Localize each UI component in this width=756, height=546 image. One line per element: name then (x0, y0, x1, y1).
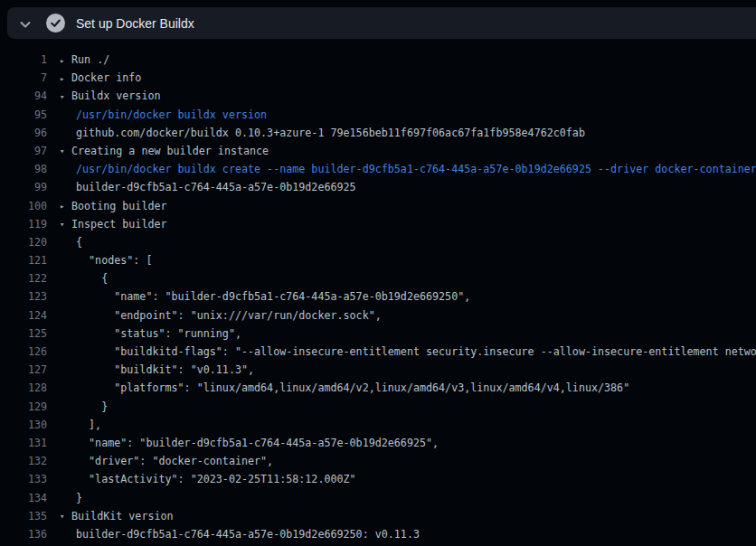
log-line: 133 "lastActivity": "2023-02-25T11:58:12… (0, 470, 756, 488)
triangle-down-icon[interactable]: ▾ (60, 88, 71, 106)
line-number[interactable]: 131 (0, 434, 47, 452)
log-line: 129 } (0, 398, 756, 416)
log-line: 121 "nodes": [ (0, 251, 756, 269)
log-line: 131 "name": "builder-d9cfb5a1-c764-445a-… (0, 434, 756, 452)
log-line: 95/usr/bin/docker buildx version (0, 106, 756, 124)
log-line: 98/usr/bin/docker buildx create --name b… (0, 160, 756, 178)
log-line: 1▸Run ./ (0, 51, 756, 69)
log-line: 136builder-d9cfb5a1-c764-445a-a57e-0b19d… (0, 525, 756, 543)
line-number[interactable]: 119 (0, 215, 47, 233)
log-command-text: /usr/bin/docker buildx create --name bui… (60, 160, 756, 178)
check-circle-icon (46, 14, 65, 33)
log-group-title[interactable]: ▸Run ./ (60, 51, 109, 69)
log-line: 120{ (0, 233, 756, 251)
log-group-title[interactable]: ▸Booting builder (60, 197, 167, 215)
log-output: 1▸Run ./7▸Docker info94▾Buildx version95… (0, 40, 756, 546)
log-line: 124 "endpoint": "unix:///var/run/docker.… (0, 306, 756, 325)
line-number[interactable]: 99 (0, 178, 47, 196)
log-output-text: "status": "running", (60, 325, 241, 343)
group-title-text: Docker info (71, 71, 141, 84)
group-title-text: Buildx version (71, 89, 161, 102)
triangle-down-icon[interactable]: ▾ (60, 507, 71, 525)
line-number[interactable]: 98 (0, 160, 47, 178)
log-line: 96github.com/docker/buildx 0.10.3+azure-… (0, 124, 756, 142)
log-output-text: "name": "builder-d9cfb5a1-c764-445a-a57e… (60, 287, 470, 306)
line-number[interactable]: 136 (0, 525, 47, 543)
log-line: 119▾Inspect builder (0, 215, 756, 233)
line-number[interactable]: 97 (0, 142, 47, 160)
line-number[interactable]: 125 (0, 325, 47, 343)
line-number[interactable]: 96 (0, 124, 47, 142)
log-output-text: } (60, 398, 108, 416)
log-command-text: /usr/bin/docker buildx version (60, 106, 267, 124)
line-number[interactable]: 123 (0, 287, 47, 306)
log-output-text: "name": "builder-d9cfb5a1-c764-445a-a57e… (60, 434, 439, 452)
triangle-right-icon[interactable]: ▸ (60, 197, 71, 215)
log-output-text: { (60, 233, 82, 251)
line-number[interactable]: 129 (0, 398, 47, 416)
line-number[interactable]: 100 (0, 197, 47, 215)
log-output-text: builder-d9cfb5a1-c764-445a-a57e-0b19d2e6… (60, 178, 356, 196)
line-number[interactable]: 126 (0, 343, 47, 361)
line-number[interactable]: 134 (0, 489, 47, 507)
group-title-text: Run ./ (71, 53, 109, 66)
line-number[interactable]: 122 (0, 269, 47, 287)
log-line: 126 "buildkitd-flags": "--allow-insecure… (0, 343, 756, 361)
triangle-down-icon[interactable]: ▾ (60, 215, 71, 233)
group-title-text: BuildKit version (71, 510, 174, 522)
log-output-text: "platforms": "linux/amd64,linux/amd64/v2… (60, 379, 629, 397)
log-output-text: builder-d9cfb5a1-c764-445a-a57e-0b19d2e6… (60, 525, 420, 543)
log-line: 135▾BuildKit version (0, 507, 756, 525)
log-line: 122 { (0, 269, 756, 287)
line-number[interactable]: 124 (0, 306, 47, 325)
line-number[interactable]: 1 (0, 51, 47, 69)
log-line: 128 "platforms": "linux/amd64,linux/amd6… (0, 379, 756, 397)
log-line: 97▾Creating a new builder instance (0, 142, 756, 160)
line-number[interactable]: 128 (0, 379, 47, 397)
log-output-text: "lastActivity": "2023-02-25T11:58:12.000… (60, 470, 356, 488)
step-title: Set up Docker Buildx (76, 16, 194, 31)
log-line: 99builder-d9cfb5a1-c764-445a-a57e-0b19d2… (0, 178, 756, 196)
line-number[interactable]: 133 (0, 470, 47, 488)
log-group-title[interactable]: ▾Creating a new builder instance (60, 142, 269, 160)
log-output-text: "nodes": [ (60, 251, 152, 269)
log-line: 127 "buildkit": "v0.11.3", (0, 361, 756, 379)
group-title-text: Booting builder (71, 200, 167, 212)
log-output-text: ], (60, 416, 101, 434)
log-line: 94▾Buildx version (0, 87, 756, 105)
log-line: 7▸Docker info (0, 69, 756, 87)
log-output-text: "driver": "docker-container", (60, 452, 273, 470)
line-number[interactable]: 120 (0, 233, 47, 251)
log-output-text: github.com/docker/buildx 0.10.3+azure-1 … (60, 124, 585, 142)
log-output-text: "endpoint": "unix:///var/run/docker.sock… (60, 306, 382, 325)
log-line: 100▸Booting builder (0, 197, 756, 215)
line-number[interactable]: 94 (0, 87, 47, 105)
log-group-title[interactable]: ▾Buildx version (60, 87, 161, 105)
log-line: 123 "name": "builder-d9cfb5a1-c764-445a-… (0, 287, 756, 306)
log-output-text: "buildkit": "v0.11.3", (60, 361, 254, 379)
log-output-text: "buildkitd-flags": "--allow-insecure-ent… (60, 343, 756, 361)
log-group-title[interactable]: ▾BuildKit version (60, 507, 174, 525)
log-line: 132 "driver": "docker-container", (0, 452, 756, 470)
log-line: 125 "status": "running", (0, 325, 756, 343)
line-number[interactable]: 7 (0, 69, 47, 87)
triangle-right-icon[interactable]: ▸ (60, 52, 71, 70)
chevron-down-icon[interactable] (19, 17, 32, 30)
step-header[interactable]: Set up Docker Buildx (7, 7, 756, 39)
log-group-title[interactable]: ▾Inspect builder (60, 215, 167, 233)
triangle-down-icon[interactable]: ▾ (60, 142, 71, 160)
group-title-text: Inspect builder (71, 218, 167, 231)
triangle-right-icon[interactable]: ▸ (60, 70, 71, 88)
line-number[interactable]: 130 (0, 416, 47, 434)
group-title-text: Creating a new builder instance (71, 145, 269, 157)
log-output-text: { (60, 269, 108, 287)
line-number[interactable]: 132 (0, 452, 47, 470)
line-number[interactable]: 95 (0, 106, 47, 124)
log-line: 134} (0, 489, 756, 507)
line-number[interactable]: 121 (0, 251, 47, 269)
log-line: 130 ], (0, 416, 756, 434)
line-number[interactable]: 135 (0, 507, 47, 525)
log-group-title[interactable]: ▸Docker info (60, 69, 141, 87)
log-output-text: } (60, 489, 82, 507)
line-number[interactable]: 127 (0, 361, 47, 379)
